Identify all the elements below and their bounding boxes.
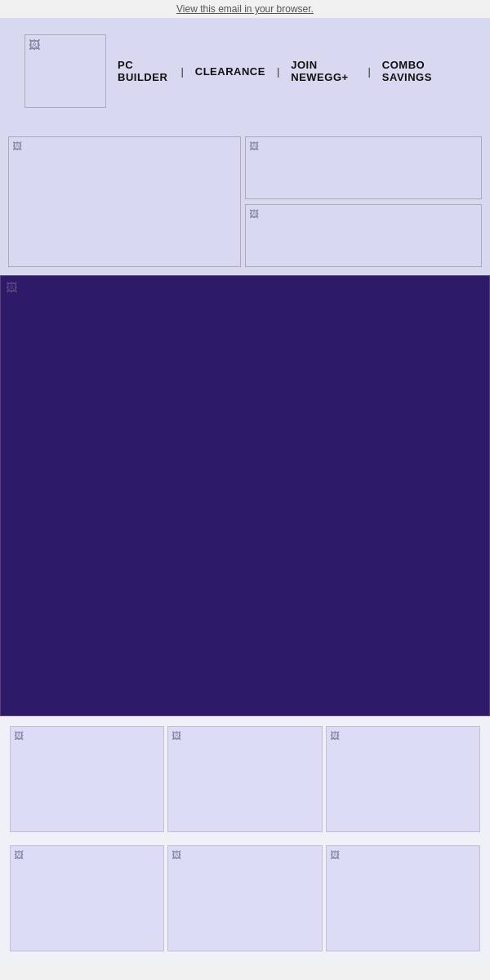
product-item-2[interactable] <box>167 726 322 832</box>
nav-item-join-newegg[interactable]: JOIN NEWEGG+ <box>279 59 368 83</box>
product-grid-row-1 <box>0 716 490 842</box>
product-item-1[interactable] <box>10 726 164 832</box>
nav-item-clearance[interactable]: CLEARANCE <box>184 65 277 78</box>
nav-item-pc-builder[interactable]: PC BUILDER <box>106 59 180 83</box>
product-item-4[interactable] <box>10 845 164 951</box>
banner-image-right-bottom[interactable] <box>245 204 482 267</box>
banner-image-right-top[interactable] <box>245 136 482 199</box>
banner-section <box>0 124 490 275</box>
view-in-browser-link[interactable]: View this email in your browser. <box>176 3 314 15</box>
navigation: PC BUILDER | CLEARANCE | JOIN NEWEGG+ | … <box>106 59 466 83</box>
product-item-5[interactable] <box>167 845 322 951</box>
logo <box>24 34 106 108</box>
email-header: PC BUILDER | CLEARANCE | JOIN NEWEGG+ | … <box>0 18 490 124</box>
hero-image[interactable] <box>0 275 490 716</box>
product-item-6[interactable] <box>326 845 480 951</box>
product-item-3[interactable] <box>326 726 480 832</box>
product-grid-row-2 <box>0 842 490 961</box>
banner-image-left[interactable] <box>8 136 241 267</box>
nav-item-combo-savings[interactable]: COMBO SAVINGS <box>371 59 466 83</box>
top-bar: View this email in your browser. <box>0 0 490 18</box>
